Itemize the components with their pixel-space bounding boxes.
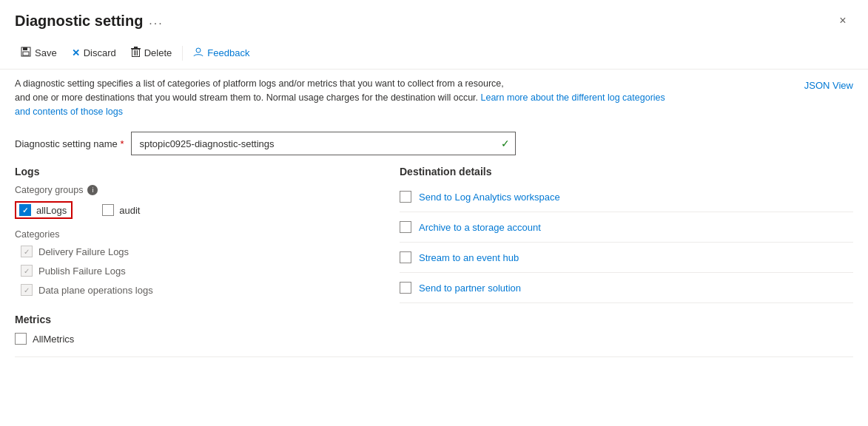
svg-rect-2 bbox=[23, 52, 29, 55]
setting-name-input-wrapper: ✓ bbox=[131, 132, 516, 155]
category-item-delivery: ✓ Delivery Failure Logs bbox=[15, 246, 370, 257]
dest-item-log-analytics: Send to Log Analytics workspace bbox=[400, 186, 853, 212]
feedback-icon bbox=[193, 47, 203, 59]
allmetrics-row: AllMetrics bbox=[15, 333, 853, 345]
partner-solution-label[interactable]: Send to partner solution bbox=[419, 283, 521, 294]
info-text2: and one or more destinations that you wo… bbox=[15, 92, 478, 103]
audit-checkbox-item[interactable]: audit bbox=[102, 204, 140, 216]
required-marker: * bbox=[120, 138, 124, 149]
log-analytics-checkbox[interactable] bbox=[400, 191, 411, 203]
logs-heading: Logs bbox=[15, 166, 370, 178]
publish-failure-checkbox: ✓ bbox=[21, 265, 33, 277]
allLogs-checkbox[interactable]: ✓ bbox=[19, 204, 31, 216]
delete-label: Delete bbox=[144, 47, 172, 58]
publish-failure-checkmark: ✓ bbox=[24, 267, 30, 275]
main-content: Logs Category groups i ✓ allLogs audit bbox=[0, 166, 868, 303]
metrics-heading: Metrics bbox=[15, 314, 853, 325]
categories-label: Categories bbox=[15, 229, 370, 240]
feedback-label: Feedback bbox=[207, 47, 249, 58]
delete-icon bbox=[131, 47, 141, 59]
destination-heading: Destination details bbox=[400, 166, 853, 178]
discard-label: Discard bbox=[84, 47, 116, 58]
left-panel: Logs Category groups i ✓ allLogs audit bbox=[15, 166, 385, 303]
close-button[interactable]: × bbox=[832, 10, 853, 31]
dataplane-ops-label: Data plane operations logs bbox=[38, 285, 153, 296]
allmetrics-label: AllMetrics bbox=[33, 334, 74, 345]
info-text1: A diagnostic setting specifies a list of… bbox=[15, 78, 504, 89]
allLogs-checkbox-item[interactable]: ✓ allLogs bbox=[15, 201, 73, 219]
audit-checkbox[interactable] bbox=[102, 204, 114, 216]
svg-point-9 bbox=[196, 48, 201, 53]
toolbar-separator bbox=[182, 46, 183, 61]
dest-item-storage: Archive to a storage account bbox=[400, 212, 853, 243]
dataplane-ops-checkmark: ✓ bbox=[24, 286, 30, 294]
save-button[interactable]: Save bbox=[15, 43, 63, 63]
ellipsis-button[interactable]: ... bbox=[149, 14, 163, 27]
learn-more-link[interactable]: Learn bbox=[481, 92, 505, 103]
publish-failure-label: Publish Failure Logs bbox=[38, 266, 126, 277]
category-item-publish: ✓ Publish Failure Logs bbox=[15, 265, 370, 277]
setting-name-label: Diagnostic setting name * bbox=[15, 138, 124, 149]
save-icon bbox=[21, 47, 31, 59]
log-analytics-label[interactable]: Send to Log Analytics workspace bbox=[419, 192, 560, 203]
save-label: Save bbox=[35, 47, 57, 58]
dataplane-ops-checkbox: ✓ bbox=[21, 284, 33, 296]
allmetrics-checkbox[interactable] bbox=[15, 333, 27, 345]
json-view-link[interactable]: JSON View bbox=[804, 78, 853, 93]
toolbar: Save ✕ Discard Delete bbox=[0, 38, 868, 70]
setting-name-input[interactable] bbox=[131, 132, 516, 155]
dest-item-event-hub: Stream to an event hub bbox=[400, 243, 853, 273]
bottom-border bbox=[15, 356, 853, 357]
delivery-failure-checkbox: ✓ bbox=[21, 246, 33, 257]
discard-button[interactable]: ✕ Discard bbox=[66, 44, 122, 62]
header-left: Diagnostic setting ... bbox=[15, 13, 164, 30]
destination-section: Send to Log Analytics workspace Archive … bbox=[400, 185, 853, 303]
dest-item-partner: Send to partner solution bbox=[400, 273, 853, 303]
category-groups-label: Category groups i bbox=[15, 185, 370, 195]
delivery-failure-label: Delivery Failure Logs bbox=[38, 246, 129, 257]
allLogs-label: allLogs bbox=[36, 205, 67, 216]
right-panel: Destination details Send to Log Analytic… bbox=[385, 166, 853, 303]
delete-button[interactable]: Delete bbox=[125, 43, 178, 63]
page-container: Diagnostic setting ... × Save ✕ Discard bbox=[0, 0, 868, 426]
category-groups-row: ✓ allLogs audit bbox=[15, 201, 370, 219]
setting-name-row: Diagnostic setting name * ✓ bbox=[0, 126, 868, 166]
storage-account-checkbox[interactable] bbox=[400, 221, 411, 233]
delivery-failure-checkmark: ✓ bbox=[24, 248, 30, 256]
info-text: A diagnostic setting specifies a list of… bbox=[15, 77, 681, 118]
event-hub-checkbox[interactable] bbox=[400, 251, 411, 263]
svg-rect-1 bbox=[23, 47, 27, 50]
discard-icon: ✕ bbox=[72, 47, 80, 58]
audit-label: audit bbox=[119, 205, 140, 216]
header: Diagnostic setting ... × bbox=[0, 0, 868, 38]
event-hub-label[interactable]: Stream to an event hub bbox=[419, 252, 519, 263]
metrics-section: Metrics AllMetrics bbox=[0, 303, 868, 357]
partner-solution-checkbox[interactable] bbox=[400, 282, 411, 294]
page-title: Diagnostic setting bbox=[15, 13, 143, 30]
category-groups-info-icon[interactable]: i bbox=[87, 185, 98, 195]
storage-account-label[interactable]: Archive to a storage account bbox=[419, 222, 541, 233]
allLogs-checkmark: ✓ bbox=[22, 206, 28, 214]
info-banner: A diagnostic setting specifies a list of… bbox=[0, 70, 868, 126]
svg-rect-4 bbox=[134, 47, 138, 48]
feedback-button[interactable]: Feedback bbox=[187, 43, 255, 63]
input-check-icon: ✓ bbox=[501, 138, 510, 149]
category-item-dataplane: ✓ Data plane operations logs bbox=[15, 284, 370, 296]
